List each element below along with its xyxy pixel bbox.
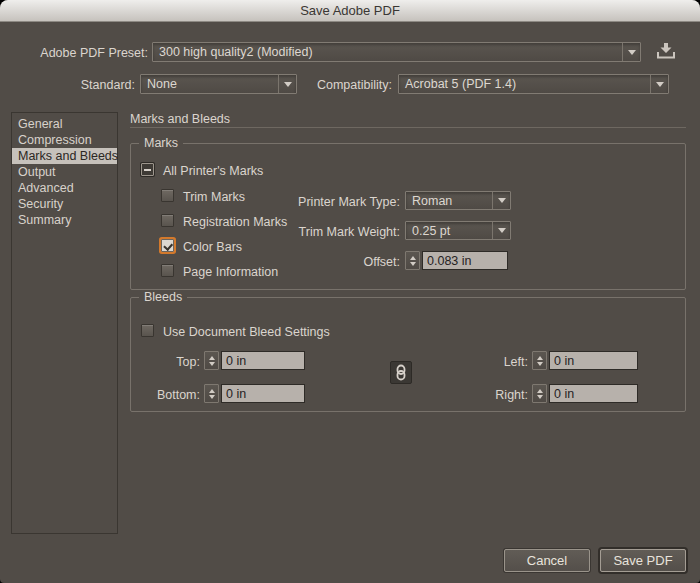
stepper-down-icon[interactable] xyxy=(209,395,215,399)
save-pdf-button[interactable]: Save PDF xyxy=(600,549,686,572)
preset-label: Adobe PDF Preset: xyxy=(20,46,148,60)
sidebar-item-compression[interactable]: Compression xyxy=(12,132,117,148)
page-information-checkbox[interactable] xyxy=(161,264,174,277)
use-document-bleed-checkbox[interactable] xyxy=(141,324,154,337)
window-title: Save Adobe PDF xyxy=(300,3,400,18)
printer-mark-type-dropdown[interactable]: Roman xyxy=(405,191,511,210)
preset-value: 300 high quality2 (Modified) xyxy=(159,45,313,59)
sidebar-item-advanced[interactable]: Advanced xyxy=(12,180,117,196)
dropdown-arrow-icon xyxy=(622,43,640,61)
link-bleed-values-button[interactable] xyxy=(390,361,412,384)
color-bars-checkbox[interactable] xyxy=(161,239,174,252)
sidebar-item-general[interactable]: General xyxy=(12,116,117,132)
color-bars-label[interactable]: Color Bars xyxy=(183,240,242,254)
cancel-button[interactable]: Cancel xyxy=(504,549,590,572)
trim-mark-weight-label: Trim Mark Weight: xyxy=(250,225,400,239)
sidebar-item-summary[interactable]: Summary xyxy=(12,212,117,228)
use-document-bleed-label[interactable]: Use Document Bleed Settings xyxy=(163,325,330,339)
preset-dropdown[interactable]: 300 high quality2 (Modified) xyxy=(152,42,641,62)
chain-link-icon xyxy=(394,364,408,381)
bleed-right-label: Right: xyxy=(428,388,528,402)
standard-value: None xyxy=(147,77,177,91)
bleed-left-stepper[interactable] xyxy=(532,351,547,370)
marks-legend: Marks xyxy=(139,136,183,150)
bleed-bottom-label: Bottom: xyxy=(100,388,200,402)
sidebar-item-security[interactable]: Security xyxy=(12,196,117,212)
offset-stepper[interactable] xyxy=(405,251,420,270)
bleed-right-stepper[interactable] xyxy=(532,384,547,403)
standard-label: Standard: xyxy=(40,78,135,92)
trim-marks-checkbox[interactable] xyxy=(161,189,174,202)
bleeds-legend: Bleeds xyxy=(139,290,187,304)
bleed-left-label: Left: xyxy=(428,355,528,369)
save-adobe-pdf-dialog: Save Adobe PDF Adobe PDF Preset: 300 hig… xyxy=(0,0,700,583)
save-preset-icon xyxy=(654,41,678,61)
stepper-up-icon[interactable] xyxy=(209,389,215,393)
sidebar-item-marks-and-bleeds[interactable]: Marks and Bleeds xyxy=(12,148,117,164)
compatibility-label: Compatibility: xyxy=(298,78,392,92)
printer-mark-type-value: Roman xyxy=(412,194,452,208)
title-bar: Save Adobe PDF xyxy=(0,0,700,22)
trim-mark-weight-value: 0.25 pt xyxy=(412,224,450,238)
stepper-up-icon[interactable] xyxy=(209,356,215,360)
stepper-down-icon[interactable] xyxy=(537,362,543,366)
standard-dropdown[interactable]: None xyxy=(140,74,297,94)
dropdown-arrow-icon xyxy=(278,75,296,93)
save-preset-button[interactable] xyxy=(652,41,680,63)
stepper-down-icon[interactable] xyxy=(537,395,543,399)
offset-label: Offset: xyxy=(250,255,400,269)
stepper-down-icon[interactable] xyxy=(209,362,215,366)
header-divider xyxy=(130,127,686,128)
offset-input[interactable] xyxy=(422,251,508,270)
dropdown-arrow-icon xyxy=(492,192,510,209)
bleed-right-input[interactable] xyxy=(549,384,638,403)
bleed-top-input[interactable] xyxy=(221,351,305,370)
all-printers-marks-label[interactable]: All Printer's Marks xyxy=(163,164,263,178)
trim-marks-label[interactable]: Trim Marks xyxy=(183,190,245,204)
compatibility-value: Acrobat 5 (PDF 1.4) xyxy=(405,77,516,91)
page-title: Marks and Bleeds xyxy=(130,112,230,126)
bleed-left-input[interactable] xyxy=(549,351,638,370)
dropdown-arrow-icon xyxy=(492,222,510,239)
compatibility-dropdown[interactable]: Acrobat 5 (PDF 1.4) xyxy=(398,74,669,94)
printer-mark-type-label: Printer Mark Type: xyxy=(250,195,400,209)
bleed-top-label: Top: xyxy=(100,355,200,369)
dropdown-arrow-icon xyxy=(650,75,668,93)
trim-mark-weight-dropdown[interactable]: 0.25 pt xyxy=(405,221,511,240)
settings-nav: General Compression Marks and Bleeds Out… xyxy=(11,112,118,534)
stepper-up-icon[interactable] xyxy=(410,256,416,260)
bleed-bottom-stepper[interactable] xyxy=(204,384,219,403)
all-printers-marks-checkbox[interactable] xyxy=(141,163,154,176)
stepper-up-icon[interactable] xyxy=(537,389,543,393)
bleed-bottom-input[interactable] xyxy=(221,384,305,403)
stepper-up-icon[interactable] xyxy=(537,356,543,360)
stepper-down-icon[interactable] xyxy=(410,262,416,266)
registration-marks-checkbox[interactable] xyxy=(161,214,174,227)
sidebar-item-output[interactable]: Output xyxy=(12,164,117,180)
bleed-top-stepper[interactable] xyxy=(204,351,219,370)
